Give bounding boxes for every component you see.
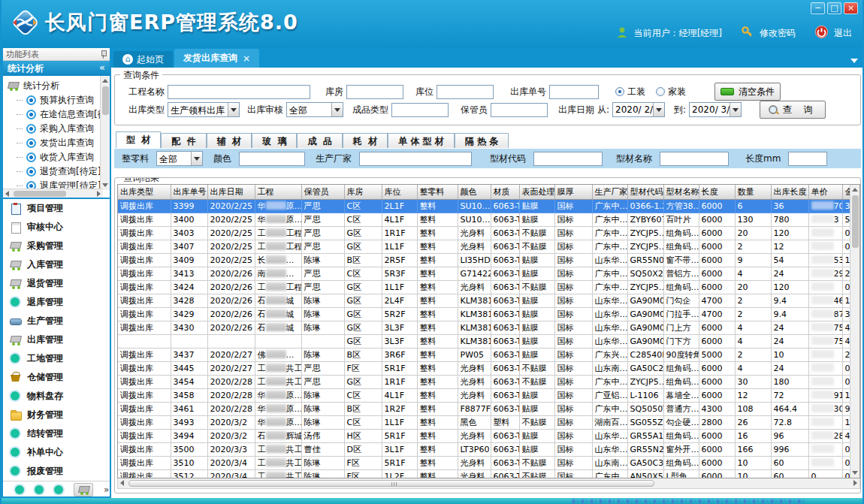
project-name-input[interactable]: [168, 85, 310, 99]
sidebar-module-11[interactable]: 财务管理: [3, 406, 110, 424]
table-vertical-scrollbar[interactable]: [850, 185, 859, 478]
table-row-9[interactable]: 调拨出库34302020/2/26石城陈琳G区3L3F整料KLM38176063…: [118, 321, 860, 334]
column-header-6[interactable]: 库位: [382, 185, 417, 199]
table-row-15[interactable]: 调拨出库34612020/2/28华原…陈琳B区1R2F整料F8877FT606…: [118, 402, 860, 415]
column-header-13[interactable]: 型材代码: [627, 185, 663, 199]
tree-item-1[interactable]: 在途信息查询[待: [8, 107, 110, 122]
table-horizontal-scrollbar[interactable]: [117, 478, 860, 489]
tab-shipment-query[interactable]: 发货出库查询 ×: [174, 49, 259, 68]
tree-vertical-scrollbar[interactable]: [100, 76, 110, 190]
table-row-1[interactable]: 调拨出库34002020/2/25华原…严思C区4L1F整料SU10…6063-…: [118, 213, 860, 226]
column-header-14[interactable]: 型材名称: [663, 185, 699, 199]
cart-footer-button[interactable]: [74, 483, 93, 496]
column-header-17[interactable]: 出库长度: [771, 185, 808, 199]
length-input[interactable]: [788, 152, 827, 166]
sidebar-module-8[interactable]: 工地管理: [3, 349, 110, 368]
warehouse-input[interactable]: [346, 85, 403, 99]
order-no-input[interactable]: [549, 85, 599, 99]
minimize-button[interactable]: −: [811, 2, 825, 14]
table-row-19[interactable]: 调拨出库35102020/3/4工共工程陈琳F区5R1F整料光身料6063-T5…: [118, 456, 860, 469]
audit-select[interactable]: 全部: [286, 102, 343, 117]
material-tab-2[interactable]: 辅 材: [207, 133, 252, 148]
material-tab-4[interactable]: 成 品: [297, 133, 342, 148]
column-header-3[interactable]: 工程: [255, 185, 301, 199]
table-row-7[interactable]: 调拨出库34282020/2/26石城陈琳G区2L4F整料KLM38176063…: [118, 294, 860, 307]
table-row-2[interactable]: 调拨出库34032020/2/25工工程严思G区1R1F整料光身料6063-T5…: [118, 226, 860, 240]
tree-item-2[interactable]: 采购入库查询: [8, 122, 110, 136]
tree-root[interactable]: 统计分析: [8, 79, 110, 93]
column-header-12[interactable]: 生产厂家: [592, 185, 627, 199]
table-row-5[interactable]: 调拨出库34132020/2/26南…严思C区5R3F整料G714226063-…: [118, 267, 860, 280]
column-header-9[interactable]: 材质: [491, 185, 519, 199]
table-row-3[interactable]: 调拨出库34072020/2/25工工程严思G区1L1F整料光身料6063-T5…: [118, 240, 860, 253]
tab-close-icon[interactable]: ×: [243, 53, 250, 64]
tab-overflow-dropdown-icon[interactable]: [850, 59, 858, 63]
location-input[interactable]: [437, 85, 494, 99]
table-row-14[interactable]: 调拨出库34582020/2/28华原…陈琳C区4L1F整料光身料6063-T5…: [118, 388, 860, 402]
table-row-0[interactable]: 调拨出库33992020/2/25华原…严思C区2L1F整料SU10…6063-…: [118, 199, 860, 213]
keeper-input[interactable]: [491, 103, 548, 117]
logout-link[interactable]: 退出: [834, 27, 852, 40]
tree-item-4[interactable]: 收货入库查询: [8, 150, 110, 164]
date-to-select[interactable]: 2020/ 3/16: [689, 102, 742, 117]
maker-input[interactable]: [359, 152, 472, 166]
sidebar-group-header[interactable]: 统计分析 «: [3, 61, 110, 76]
radio-gongzhuang[interactable]: 工装: [615, 86, 645, 98]
table-row-11[interactable]: 调拨出库34372020/2/27佛…陈琳B区3R6F整料PW056063-T5…: [118, 348, 860, 361]
tab-home[interactable]: ⌂ 起始页: [113, 51, 173, 68]
table-row-13[interactable]: 调拨出库34542020/2/28工共工程严思G区1R1F整料光身料6063-T…: [118, 375, 860, 388]
column-header-7[interactable]: 整零料: [417, 185, 458, 199]
column-header-10[interactable]: 表面处理: [519, 185, 554, 199]
table-row-4[interactable]: 调拨出库34092020/2/25长…陈琳B区2R5F整料LI35HD6063-…: [118, 253, 860, 267]
sidebar-module-1[interactable]: 审核中心: [3, 218, 110, 237]
material-tab-1[interactable]: 配 件: [161, 133, 206, 148]
table-row-6[interactable]: 调拨出库34242020/2/26工工程严思G区1L1F整料光身料6063-T5…: [118, 280, 860, 294]
sidebar-module-10[interactable]: 物料盘存: [3, 387, 110, 406]
overflow-chevron[interactable]: »: [104, 486, 109, 493]
table-row-20[interactable]: 调拨出库35122020/3/4工共工程陈琳F区1L2F整料光身料6063-T5…: [118, 469, 860, 478]
whole-select[interactable]: 全部: [156, 151, 203, 166]
module-dot-icon[interactable]: [35, 485, 44, 494]
tree-item-3[interactable]: 发货出库查询: [8, 136, 110, 150]
maximize-button[interactable]: □: [827, 2, 841, 14]
code-input[interactable]: [533, 152, 603, 166]
column-header-5[interactable]: 库房: [344, 185, 382, 199]
material-tab-0[interactable]: 型 材: [116, 131, 161, 148]
table-row-8[interactable]: 调拨出库34292020/2/26石城陈琳G区5R2F整料KLM38176063…: [118, 307, 860, 321]
module-dot-icon[interactable]: [54, 485, 63, 494]
radio-jiazhuang[interactable]: 家装: [656, 86, 686, 98]
sidebar-module-5[interactable]: 退库管理: [3, 293, 110, 312]
table-row-10[interactable]: G区3L3F整料KLM38176063-T5贴膜国标山东华…GA90M09.门下…: [118, 334, 860, 348]
sidebar-module-2[interactable]: 采购管理: [3, 237, 110, 255]
sidebar-module-0[interactable]: 项目管理: [3, 199, 110, 218]
column-header-11[interactable]: 膜厚: [554, 185, 592, 199]
column-header-15[interactable]: 长度: [699, 185, 735, 199]
table-row-12[interactable]: 调拨出库34452020/2/27工共工程严思F区5R1F整料光身料6063-T…: [118, 361, 860, 375]
pin-icon[interactable]: [100, 50, 107, 59]
material-tab-7[interactable]: 隔 热 条: [455, 133, 509, 148]
table-row-18[interactable]: 调拨出库35002020/3/3工共工程曹佳D区3L1F整料LT3P606063…: [118, 442, 860, 456]
tree-item-5[interactable]: 退货查询[待定]: [8, 164, 110, 179]
module-dot-icon[interactable]: [15, 485, 24, 494]
material-tab-5[interactable]: 耗 材: [343, 133, 388, 148]
material-tab-6[interactable]: 单 体 型 材: [388, 133, 455, 148]
sidebar-module-13[interactable]: 补单中心: [3, 443, 110, 462]
product-type-input[interactable]: [391, 103, 449, 117]
change-password-link[interactable]: 修改密码: [760, 27, 796, 40]
clear-conditions-button[interactable]: 清空条件: [714, 83, 781, 101]
table-row-16[interactable]: 调拨出库34932020/3/2华原…陈琳C区1L1F整料黑色塑料不贴膜国标湖南…: [118, 415, 860, 429]
table-row-17[interactable]: 调拨出库34942020/3/2石辉城汤伟H区5R1F整料光身料6063-T5贴…: [118, 429, 860, 442]
column-header-16[interactable]: 数量: [735, 185, 771, 199]
collapse-icon[interactable]: «: [99, 62, 105, 73]
sidebar-module-14[interactable]: 报废管理: [3, 462, 110, 481]
name-input[interactable]: [660, 152, 729, 166]
sidebar-module-3[interactable]: 入库管理: [3, 255, 110, 274]
material-tab-3[interactable]: 玻 璃: [252, 133, 297, 148]
column-header-18[interactable]: 单价: [808, 185, 842, 199]
column-header-2[interactable]: 出库日期: [207, 185, 255, 199]
tree-item-0[interactable]: 预算执行查询: [8, 93, 110, 107]
sidebar-module-12[interactable]: 结转管理: [3, 424, 110, 443]
column-header-1[interactable]: 出库单号: [171, 185, 207, 199]
column-header-8[interactable]: 颜色: [458, 185, 491, 199]
search-button[interactable]: 查 询: [760, 101, 826, 119]
